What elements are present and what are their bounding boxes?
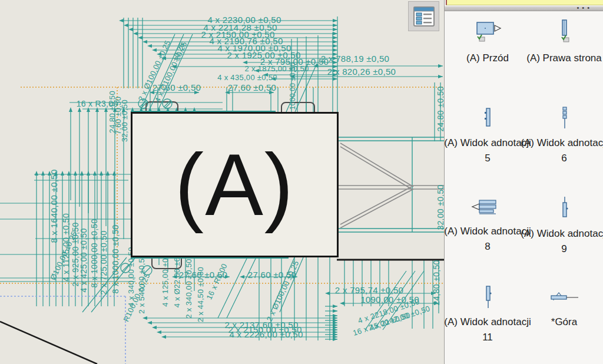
annotation-view-5-icon [471,105,504,131]
view-item-right-side[interactable]: (A) Prawa strona [520,18,603,66]
panel-splitter-handle[interactable]: ••• [445,6,603,11]
dimension-label: 1000,00 ±0,50 [289,62,297,110]
view-item-label: (A) Przód [466,51,509,66]
dimension-label: 2 x 795,74 ±0,50 [335,285,403,295]
view-item-annotation-8[interactable]: (A) Widok adnotacji 8 [443,196,532,254]
view-item-label: (A) Widok adnotacji 6 [520,135,603,166]
view-item-label: (A) Prawa strona [526,51,602,66]
view-item-front[interactable]: (A) Przód [443,18,532,66]
view-palette-toggle-button[interactable] [408,1,439,31]
top-view-icon [545,284,583,310]
dimension-label: 2 x 788,19 ±0,50 [321,54,389,64]
annotation-view-6-icon [548,105,581,131]
dimension-label: 27,60 ±0,50 [179,270,227,280]
splitter-dots: ••• [577,4,592,11]
dimension-label: 32,00 ±0,50 [120,100,129,142]
annotation-view-11-icon [471,284,504,310]
dimension-label: 8 x 1000,00 ±0,50 [111,224,120,293]
dimension-label: 2 x 725,00 ±0,50 [99,230,108,294]
dimension-label: 4 x 435,00 ±0,50 [217,73,277,82]
view-a-label: (A) [175,141,294,229]
dimension-label: 2 x 340,00 ±0,50 [184,259,193,319]
view-item-label: (A) Widok adnotacji 9 [520,226,603,257]
right-side-view-icon [548,18,581,46]
dimension-label: 27,60 ±0,50 [228,82,276,92]
drawing-canvas[interactable]: 4 x 2230,00 ±0,504 x 2214,28 ±0,502 x 21… [0,0,445,364]
view-item-label: (A) Widok adnotacji 8 [443,224,532,254]
annotation-view-9-icon [548,196,581,221]
annotation-view-8-icon [469,196,506,219]
dimension-label: 24,80 ±0,50 [432,260,441,305]
front-view-icon [471,18,504,46]
view-item-annotation-6[interactable]: (A) Widok adnotacji 6 [520,105,603,166]
dimension-label: 8 x 1000,00 ±0,50 [90,219,99,287]
dimension-label: 27,60 ±0,50 [248,270,296,280]
dimension-label: 2 x 1875,00 ±0,50 [244,64,309,73]
dimension-label: 4 x 2226,00 ±0,50 [229,329,303,339]
view-item-label: (A) Widok adnotacji 5 [443,135,532,166]
view-palette-panel: ••• (A) Przód (A) Prawa strona (A) Widok… [445,0,603,364]
view-item-label: (A) Widok adnotacji 11 [443,315,532,345]
solidworks-view-palette-screen: { "drawing": { "view_label": "(A)", "dim… [0,0,603,364]
view-item-label: *Góra [551,315,577,330]
view-item-annotation-9[interactable]: (A) Widok adnotacji 9 [520,196,603,257]
drawing-view-a[interactable]: (A) [131,112,339,257]
sheet-edge-line [0,322,97,364]
view-item-annotation-5[interactable]: (A) Widok adnotacji 5 [443,105,532,166]
view-item-top[interactable]: *Góra [520,284,603,330]
dimension-label: 4 x 425,00 ±0,50 [79,228,88,292]
dimension-label: 8 x 1640,00 ±0,50 [49,169,59,243]
list-window-icon [413,6,435,27]
dimension-label: 2 x 820,26 ±0,50 [327,67,396,77]
truss-detail [337,137,445,260]
view-item-annotation-11[interactable]: (A) Widok adnotacji 11 [443,284,532,345]
